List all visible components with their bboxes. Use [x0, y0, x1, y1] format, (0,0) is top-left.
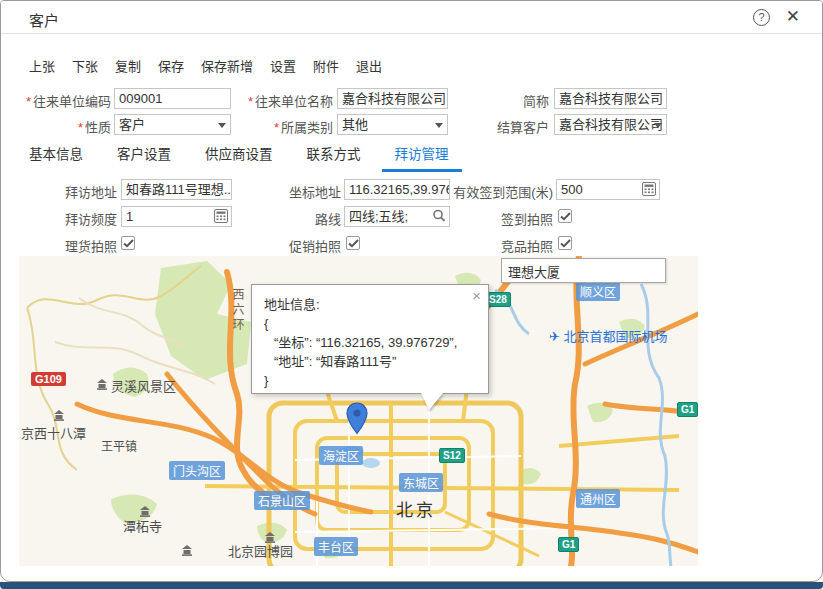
copy-button[interactable]: 复制 [115, 56, 141, 75]
calculator-icon[interactable] [642, 182, 656, 200]
next-record-button[interactable]: 下张 [72, 56, 98, 75]
name-label: *往来单位名称 [233, 91, 333, 110]
popup-coordinate-line: “坐标”: “116.32165, 39.976729”, [264, 333, 476, 352]
prev-record-button[interactable]: 上张 [29, 56, 55, 75]
required-mark: * [248, 94, 253, 109]
route-label: 路线 [241, 209, 341, 228]
popup-title: 地址信息: [264, 295, 476, 314]
required-mark: * [78, 120, 83, 135]
road-badge-g1-south: G1 [558, 537, 579, 552]
visit-frequency-label: 拜访频度 [19, 209, 117, 228]
district-badge-haidian: 海淀区 [319, 446, 363, 465]
road-badge-s12: S12 [439, 448, 465, 463]
settle-customer-select[interactable]: 嘉合科技有限公司 [554, 114, 667, 135]
settle-customer-label: 结算客户 [447, 117, 549, 136]
name-input[interactable]: 嘉合科技有限公司 [337, 88, 448, 109]
tab-bar: 基本信息 客户设置 供应商设置 联系方式 拜访管理 [29, 141, 449, 172]
chevron-down-icon [218, 123, 226, 128]
short-name-label: 简称 [447, 91, 549, 110]
checkin-photo-checkbox[interactable] [558, 209, 572, 223]
tab-contact-method[interactable]: 联系方式 [307, 141, 361, 172]
checkin-photo-label: 签到拍照 [433, 209, 553, 228]
popup-brace-close: } [264, 371, 476, 390]
competitor-photo-checkbox[interactable] [558, 236, 572, 250]
temple-icon [96, 376, 108, 394]
toolbar: 上张 下张 复制 保存 保存新增 设置 附件 退出 [29, 56, 382, 75]
district-badge-mentougou: 门头沟区 [169, 461, 225, 480]
nature-select[interactable]: 客户 [114, 114, 231, 135]
save-button[interactable]: 保存 [158, 56, 184, 75]
exit-button[interactable]: 退出 [356, 56, 382, 75]
map-label-yuanbo-park: 北京园博园 [228, 541, 293, 560]
visit-address-label: 拜访地址 [19, 182, 117, 201]
competitor-photo-label: 竞品拍照 [433, 236, 553, 255]
category-select[interactable]: 其他 [337, 114, 448, 135]
road-badge-g109: G109 [31, 372, 66, 386]
map-label-beijing: 北京 [396, 496, 436, 521]
popup-brace-open: { [264, 314, 476, 333]
save-new-button[interactable]: 保存新增 [201, 56, 253, 75]
map-label-tanzhesi: 潭柘寺 [123, 516, 162, 535]
district-badge-tongzhou: 通州区 [576, 489, 620, 508]
popup-address-line: “地址”: “知春路111号” [264, 352, 476, 371]
title-bar: 客户 ? ✕ [1, 1, 822, 34]
page-title: 客户 [29, 9, 59, 30]
map-canvas[interactable]: 西六环 S28 顺义区 ✈ 北京首都国际机场 G109 灵溪风景区 京西十八潭 … [19, 256, 698, 566]
district-badge-shunyi: 顺义区 [576, 282, 620, 301]
tab-customer-settings[interactable]: 客户设置 [117, 141, 171, 172]
chevron-down-icon [654, 123, 662, 128]
map-label-lingxi-scenic: 灵溪风景区 [111, 376, 176, 395]
temple-icon [181, 542, 193, 560]
nature-label: *性质 [15, 117, 111, 136]
category-label: *所属类别 [233, 117, 333, 136]
short-name-input[interactable]: 嘉合科技有限公司 [554, 88, 667, 109]
promo-photo-label: 促销拍照 [241, 236, 341, 255]
bottom-bar [0, 582, 823, 589]
airport-label: ✈ 北京首都国际机场 [549, 326, 668, 345]
required-mark: * [26, 94, 31, 109]
airplane-icon: ✈ [549, 329, 560, 344]
map-label-west-sixth-ring: 西六环 [229, 288, 246, 333]
calculator-icon[interactable] [214, 209, 228, 227]
required-mark: * [274, 120, 279, 135]
tab-visit-management[interactable]: 拜访管理 [382, 141, 462, 172]
checkin-range-label: 有效签到范围(米) [433, 182, 553, 201]
map-label-jingxi: 京西十八潭 [21, 423, 86, 442]
map-label-wangping: 王平镇 [101, 437, 137, 454]
display-photo-checkbox[interactable] [121, 236, 135, 250]
close-icon[interactable]: ✕ [786, 6, 800, 27]
check-icon [560, 212, 571, 221]
popup-tail [421, 393, 443, 410]
map-marker-pin[interactable] [346, 402, 368, 439]
tab-basic-info[interactable]: 基本信息 [29, 141, 83, 172]
popup-close-icon[interactable]: × [472, 287, 481, 304]
chevron-down-icon [435, 123, 443, 128]
check-icon [560, 239, 571, 248]
promo-photo-checkbox[interactable] [346, 236, 360, 250]
attachment-button[interactable]: 附件 [313, 56, 339, 75]
coord-address-label: 坐标地址 [241, 182, 341, 201]
check-icon [123, 239, 134, 248]
district-badge-fengtai: 丰台区 [314, 537, 358, 556]
code-label: *往来单位编码 [15, 91, 111, 110]
road-badge-g1-east: G1 [677, 402, 698, 417]
map-search-input[interactable]: 理想大厦 [501, 258, 666, 283]
help-icon[interactable]: ? [753, 9, 770, 26]
district-badge-dongcheng: 东城区 [399, 473, 443, 492]
address-info-popup: × 地址信息: { “坐标”: “116.32165, 39.976729”, … [251, 284, 489, 394]
display-photo-label: 理货拍照 [19, 236, 117, 255]
tab-supplier-settings[interactable]: 供应商设置 [205, 141, 273, 172]
settings-button[interactable]: 设置 [270, 56, 296, 75]
district-badge-shijingshan: 石景山区 [254, 491, 310, 510]
visit-address-input[interactable]: 知春路111号理想... [121, 179, 232, 200]
code-input[interactable]: 009001 [114, 88, 231, 109]
check-icon [348, 239, 359, 248]
customer-dialog: 客户 ? ✕ 上张 下张 复制 保存 保存新增 设置 附件 退出 *往来单位编码… [0, 0, 823, 582]
